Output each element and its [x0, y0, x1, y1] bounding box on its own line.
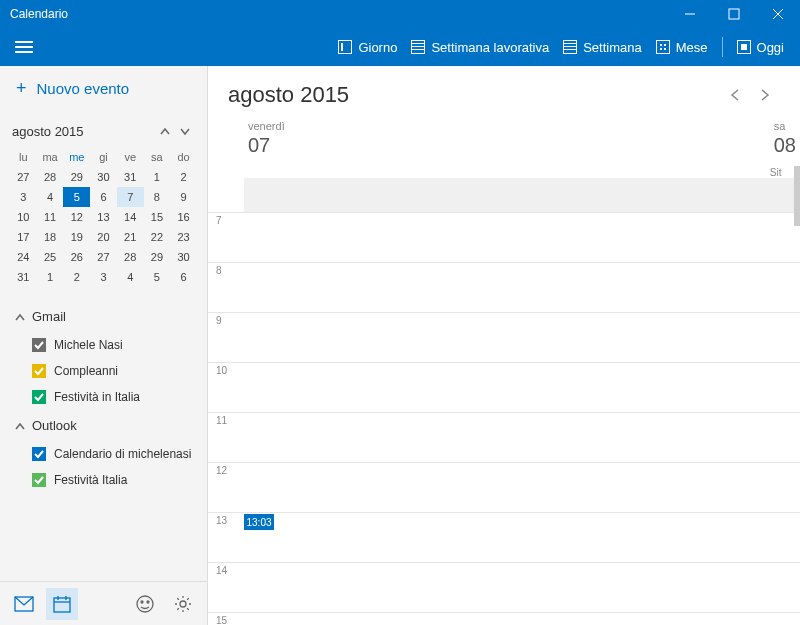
- mini-prev-month-button[interactable]: [155, 121, 175, 141]
- time-cell[interactable]: [244, 213, 800, 262]
- mail-button[interactable]: [8, 588, 40, 620]
- mini-day-cell[interactable]: 17: [10, 227, 37, 247]
- time-cell[interactable]: [244, 613, 800, 625]
- time-row: 15: [208, 612, 800, 625]
- mini-day-cell[interactable]: 4: [117, 267, 144, 287]
- mini-day-cell[interactable]: 1: [37, 267, 64, 287]
- calendar-item[interactable]: Festività in Italia: [0, 384, 207, 410]
- calendar-checkbox[interactable]: [32, 338, 46, 352]
- mini-day-cell[interactable]: 5: [144, 267, 171, 287]
- mini-day-cell[interactable]: 22: [144, 227, 171, 247]
- mini-day-cell[interactable]: 3: [10, 187, 37, 207]
- account-header[interactable]: Outlook: [0, 410, 207, 441]
- mini-day-cell[interactable]: 12: [63, 207, 90, 227]
- account-name: Gmail: [32, 309, 66, 324]
- view-today-button[interactable]: Oggi: [737, 37, 784, 57]
- mini-day-cell[interactable]: 31: [10, 267, 37, 287]
- view-day-button[interactable]: Giorno: [338, 37, 397, 57]
- mini-dow-header: me: [63, 149, 90, 167]
- mini-day-cell[interactable]: 28: [37, 167, 64, 187]
- calendar-item[interactable]: Michele Nasi: [0, 332, 207, 358]
- mini-day-cell[interactable]: 31: [117, 167, 144, 187]
- mini-day-cell[interactable]: 7: [117, 187, 144, 207]
- mini-day-cell[interactable]: 28: [117, 247, 144, 267]
- mini-day-cell[interactable]: 16: [170, 207, 197, 227]
- time-cell[interactable]: [244, 413, 800, 462]
- mini-day-cell[interactable]: 6: [90, 187, 117, 207]
- mini-day-cell[interactable]: 2: [63, 267, 90, 287]
- mini-day-cell[interactable]: 5: [63, 187, 90, 207]
- mini-day-cell[interactable]: 20: [90, 227, 117, 247]
- calendar-label: Compleanni: [54, 364, 118, 378]
- time-cell[interactable]: [244, 563, 800, 612]
- mini-day-cell[interactable]: 1: [144, 167, 171, 187]
- mini-day-cell[interactable]: 3: [90, 267, 117, 287]
- mini-day-cell[interactable]: 6: [170, 267, 197, 287]
- time-cell[interactable]: [244, 463, 800, 512]
- workweek-icon: [411, 40, 425, 54]
- calendar-button[interactable]: [46, 588, 78, 620]
- new-event-label: Nuovo evento: [37, 80, 130, 97]
- mini-day-cell[interactable]: 18: [37, 227, 64, 247]
- mini-day-cell[interactable]: 19: [63, 227, 90, 247]
- mini-day-cell[interactable]: 14: [117, 207, 144, 227]
- calendar-checkbox[interactable]: [32, 447, 46, 461]
- mini-day-cell[interactable]: 13: [90, 207, 117, 227]
- day-of-month-label: 08: [770, 134, 800, 167]
- time-cell[interactable]: [244, 313, 800, 362]
- mini-day-cell[interactable]: 23: [170, 227, 197, 247]
- mini-day-cell[interactable]: 9: [170, 187, 197, 207]
- calendar-checkbox[interactable]: [32, 364, 46, 378]
- view-workweek-button[interactable]: Settimana lavorativa: [411, 37, 549, 57]
- scrollbar[interactable]: [794, 166, 800, 226]
- calendar-checkbox[interactable]: [32, 390, 46, 404]
- bottom-bar: [0, 581, 207, 625]
- feedback-button[interactable]: [129, 588, 161, 620]
- day-header-column[interactable]: venerdì07: [244, 118, 770, 178]
- next-period-button[interactable]: [750, 80, 780, 110]
- mini-day-cell[interactable]: 29: [63, 167, 90, 187]
- maximize-button[interactable]: [712, 0, 756, 28]
- mini-next-month-button[interactable]: [175, 121, 195, 141]
- time-cell[interactable]: [244, 363, 800, 412]
- time-cell[interactable]: [244, 513, 800, 562]
- hour-label: 15: [208, 613, 244, 625]
- command-bar: Giorno Settimana lavorativa Settimana Me…: [0, 28, 800, 66]
- plus-icon: +: [16, 78, 27, 99]
- calendar-item[interactable]: Compleanni: [0, 358, 207, 384]
- mini-day-cell[interactable]: 27: [90, 247, 117, 267]
- mini-day-cell[interactable]: 10: [10, 207, 37, 227]
- settings-button[interactable]: [167, 588, 199, 620]
- mini-day-cell[interactable]: 30: [90, 167, 117, 187]
- today-icon: [737, 40, 751, 54]
- mini-day-cell[interactable]: 29: [144, 247, 171, 267]
- calendar-checkbox[interactable]: [32, 473, 46, 487]
- mini-day-cell[interactable]: 11: [37, 207, 64, 227]
- close-button[interactable]: [756, 0, 800, 28]
- mini-day-cell[interactable]: 2: [170, 167, 197, 187]
- mini-day-cell[interactable]: 26: [63, 247, 90, 267]
- allday-cell[interactable]: [244, 178, 800, 212]
- account-header[interactable]: Gmail: [0, 301, 207, 332]
- time-row: 8: [208, 262, 800, 312]
- mini-day-cell[interactable]: 24: [10, 247, 37, 267]
- calendar-label: Festività in Italia: [54, 390, 140, 404]
- prev-period-button[interactable]: [720, 80, 750, 110]
- mini-day-cell[interactable]: 4: [37, 187, 64, 207]
- chevron-up-icon: [14, 311, 26, 323]
- calendar-item[interactable]: Calendario di michelenasi: [0, 441, 207, 467]
- mini-day-cell[interactable]: 8: [144, 187, 171, 207]
- time-grid[interactable]: 78910111213141513:03: [208, 178, 800, 625]
- minimize-button[interactable]: [668, 0, 712, 28]
- mini-day-cell[interactable]: 15: [144, 207, 171, 227]
- mini-day-cell[interactable]: 25: [37, 247, 64, 267]
- mini-day-cell[interactable]: 27: [10, 167, 37, 187]
- time-cell[interactable]: [244, 263, 800, 312]
- view-month-button[interactable]: Mese: [656, 37, 708, 57]
- mini-day-cell[interactable]: 21: [117, 227, 144, 247]
- calendar-item[interactable]: Festività Italia: [0, 467, 207, 493]
- mini-day-cell[interactable]: 30: [170, 247, 197, 267]
- hamburger-button[interactable]: [4, 28, 44, 66]
- view-week-button[interactable]: Settimana: [563, 37, 642, 57]
- new-event-button[interactable]: + Nuovo evento: [0, 66, 207, 111]
